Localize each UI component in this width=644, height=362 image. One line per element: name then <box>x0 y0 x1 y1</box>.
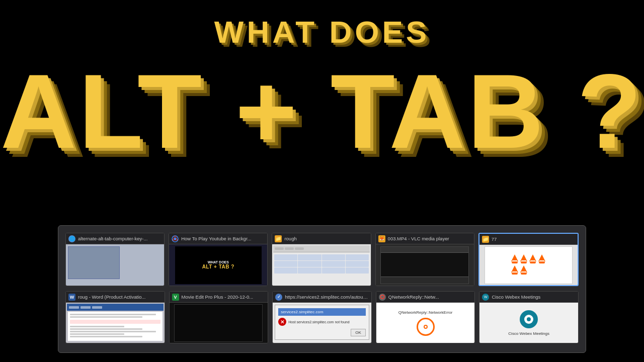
title-rough: rough <box>284 236 296 241</box>
yt-small-title: WHAT DOES <box>202 260 234 264</box>
preview-alt-tab <box>66 244 164 286</box>
folder-item <box>322 267 345 274</box>
preview-inner-alt-tab <box>68 246 120 279</box>
title-alt-tab: alternate-alt-tab-computer-key-... <box>78 236 147 241</box>
window-webex[interactable]: W Cisco Webex Meetings Cisco Webex Meeti… <box>479 291 579 343</box>
preview-simplitec: services2.simplitec.com ✕ Host services2… <box>273 303 371 343</box>
webex-inner <box>524 315 533 324</box>
folder-content <box>273 253 369 275</box>
preview-webex: Cisco Webex Meetings <box>479 303 578 343</box>
titlebar-webex: W Cisco Webex Meetings <box>479 292 578 303</box>
vlc-cone <box>511 265 519 276</box>
word-line <box>70 326 124 327</box>
what-does-text: WHAT DOES <box>214 15 430 49</box>
cone-stripe <box>539 260 544 261</box>
window-qnetwork[interactable]: ⭕ QNetworkReply::Netw... QNetworkReply::… <box>376 291 475 343</box>
word-toolbar <box>67 304 164 311</box>
word-line <box>70 336 142 337</box>
vlc-cone <box>511 254 519 264</box>
qnetwork-circle-icon <box>417 318 435 336</box>
cone-stripe <box>512 260 517 261</box>
alt-tab-switcher: 🌐 alternate-alt-tab-computer-key-... How… <box>58 225 586 353</box>
cone-stripe <box>521 260 526 261</box>
simplitec-icon: ✓ <box>275 294 282 301</box>
titlebar-qnetwork: ⭕ QNetworkReply::Netw... <box>376 292 475 303</box>
titlebar-rough: 📁 rough <box>272 233 370 244</box>
preview-folder <box>272 244 370 286</box>
folder-item <box>346 261 369 267</box>
vlc-icon: 🦊 <box>378 235 385 242</box>
title-word: roug - Word (Product Activatio... <box>78 294 145 300</box>
word-line <box>70 331 156 332</box>
folder-item <box>298 254 321 260</box>
cone-stripe <box>521 272 526 273</box>
window-vlc[interactable]: 🦊 003.MP4 - VLC media player <box>375 233 474 286</box>
title-77: 77 <box>492 236 497 242</box>
cone-base <box>530 261 536 263</box>
toolbar-dot-1 <box>275 247 284 250</box>
vlc-player <box>380 246 469 284</box>
webex-logo <box>520 310 538 328</box>
simplitec-btn-row: OK <box>278 329 366 336</box>
preview-youtube: WHAT DOES ALT + TAB ? <box>169 244 267 286</box>
vlc-controls <box>381 277 468 284</box>
word-icon: W <box>68 294 75 301</box>
cone-base <box>512 261 518 263</box>
cone-base <box>539 261 545 263</box>
title-webex: Cisco Webex Meetings <box>492 294 540 300</box>
simplitec-body: ✕ Host services2.simplitec.com not found <box>278 318 366 326</box>
svg-point-1 <box>174 237 177 240</box>
qnetwork-target <box>424 325 428 329</box>
cone-base <box>512 273 518 275</box>
vlc-cone <box>538 254 546 264</box>
folder-item <box>346 267 369 274</box>
youtube-content: WHAT DOES ALT + TAB ? <box>175 246 262 284</box>
window-alt-tab-computer[interactable]: 🌐 alternate-alt-tab-computer-key-... <box>65 233 165 286</box>
folder-item <box>346 254 369 260</box>
preview-vlc <box>376 244 474 286</box>
folder-item <box>322 261 345 267</box>
preview-qnetwork: QNetworkReply::NetworkError <box>376 303 475 343</box>
vlc-cone <box>520 265 528 276</box>
word-line <box>70 328 142 330</box>
qnetwork-icon: ⭕ <box>379 294 386 301</box>
vlc-cone <box>529 254 537 264</box>
cone-stripe <box>530 260 535 261</box>
folder-item <box>298 267 321 274</box>
cone-base <box>521 273 527 275</box>
window-word[interactable]: W roug - Word (Product Activatio... <box>65 291 165 343</box>
window-simplitec[interactable]: ✓ https://services2.simplitec.com/autoup… <box>272 291 372 343</box>
word-toolbar-item <box>92 306 102 309</box>
word-document <box>68 312 163 341</box>
folder-item <box>298 261 321 267</box>
switcher-row-2: W roug - Word (Product Activatio... <box>65 291 579 343</box>
window-rough-folder[interactable]: 📁 rough <box>272 233 371 286</box>
titlebar-word: W roug - Word (Product Activatio... <box>66 292 165 303</box>
title-qnetwork: QNetworkReply::Netw... <box>388 294 439 300</box>
simplitec-ok-button[interactable]: OK <box>351 329 366 336</box>
alt-tab-text: ALT + TAB ? <box>1 59 644 164</box>
folder-item <box>274 261 297 267</box>
window-movie-edit[interactable]: V Movie Edit Pro Plus - 2020-12-0... <box>169 291 269 343</box>
titlebar-simplitec: ✓ https://services2.simplitec.com/autoup… <box>273 292 371 303</box>
yt-big-title: ALT + TAB ? <box>202 264 234 269</box>
title-youtube: How To Play Youtube in Backgr... <box>181 236 251 241</box>
webex-icon: W <box>482 294 489 301</box>
main-title-alt-tab: ALT + TAB ? <box>0 59 644 164</box>
window-77[interactable]: 📁 77 <box>478 233 579 286</box>
youtube-overlay: WHAT DOES ALT + TAB ? <box>202 260 234 269</box>
titlebar-youtube: How To Play Youtube in Backgr... <box>169 233 267 244</box>
vlc-video <box>381 253 468 277</box>
folder-icon-77: 📁 <box>482 236 489 243</box>
folder-icon-rough: 📁 <box>275 235 282 242</box>
cone-stripe <box>512 272 517 273</box>
vlc-cone <box>520 254 528 264</box>
vegas-icon: V <box>172 294 179 301</box>
switcher-row-1: 🌐 alternate-alt-tab-computer-key-... How… <box>65 233 579 286</box>
movie-player <box>174 304 263 342</box>
window-youtube[interactable]: How To Play Youtube in Backgr... WHAT DO… <box>169 233 268 286</box>
simplitec-dialog: services2.simplitec.com ✕ Host services2… <box>275 305 369 340</box>
word-highlighted <box>70 320 160 324</box>
vlc-cones-grid <box>511 254 546 276</box>
vlc2-inner <box>485 246 573 284</box>
